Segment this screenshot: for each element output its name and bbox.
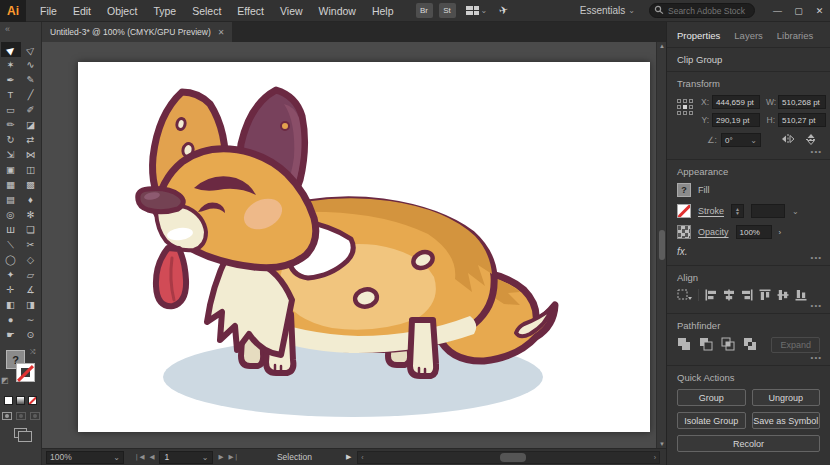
vertical-align-top-icon[interactable] bbox=[759, 289, 771, 301]
height-field[interactable]: 510,27 pt bbox=[778, 113, 826, 127]
save-as-symbol-button[interactable]: Save as Symbol bbox=[752, 412, 821, 429]
eraser-tool[interactable]: ◪ bbox=[21, 117, 41, 132]
width-tool[interactable]: ⋈ bbox=[21, 147, 41, 162]
default-fill-stroke-icon[interactable]: ◩ bbox=[1, 376, 9, 385]
menu-window[interactable]: Window bbox=[311, 0, 364, 22]
ellipse-tool[interactable]: ◯ bbox=[1, 252, 21, 267]
rotation-angle-select[interactable]: 0°⌄ bbox=[721, 133, 761, 147]
tab-libraries[interactable]: Libraries bbox=[777, 30, 813, 41]
next-artboard-icon[interactable]: ▶ bbox=[218, 453, 223, 461]
minimize-button[interactable]: — bbox=[767, 0, 788, 22]
live-paint-tool[interactable]: ◧ bbox=[1, 297, 21, 312]
column-graph-tool[interactable]: Ш bbox=[1, 222, 21, 237]
tab-close-icon[interactable]: ✕ bbox=[218, 28, 225, 37]
width-field[interactable]: 510,268 pt bbox=[778, 95, 826, 109]
gradient-tool[interactable]: ▤ bbox=[1, 192, 21, 207]
rectangle-tool[interactable]: ▭ bbox=[1, 102, 21, 117]
star-tool[interactable]: ✦ bbox=[1, 267, 21, 282]
selection-tool[interactable]: ▶ bbox=[1, 42, 21, 57]
shaper-tool[interactable]: ✏ bbox=[1, 117, 21, 132]
opacity-label[interactable]: Opacity bbox=[698, 227, 729, 237]
zoom-level-select[interactable]: 100%⌄ bbox=[46, 451, 124, 464]
stroke-swatch[interactable] bbox=[16, 363, 35, 382]
close-button[interactable]: ✕ bbox=[809, 0, 830, 22]
isolate-group-button[interactable]: Isolate Group bbox=[677, 412, 746, 429]
maximize-button[interactable]: ▢ bbox=[788, 0, 809, 22]
none-button[interactable] bbox=[28, 396, 37, 405]
more-options-icon[interactable]: ••• bbox=[811, 353, 822, 362]
opacity-icon[interactable] bbox=[677, 225, 691, 239]
status-flyout-icon[interactable]: ▶ bbox=[346, 453, 351, 461]
horizontal-align-right-icon[interactable] bbox=[741, 289, 753, 301]
vertical-align-bottom-icon[interactable] bbox=[795, 289, 807, 301]
menu-view[interactable]: View bbox=[272, 0, 311, 22]
vertical-scrollbar[interactable]: ▲ ▼ bbox=[656, 42, 666, 448]
reflect-tool[interactable]: ⇄ bbox=[21, 132, 41, 147]
menu-help[interactable]: Help bbox=[364, 0, 402, 22]
type-tool[interactable]: T bbox=[1, 87, 21, 102]
more-options-icon[interactable]: ••• bbox=[811, 301, 822, 310]
draw-inside-icon[interactable] bbox=[30, 412, 40, 420]
group-button[interactable]: Group bbox=[677, 389, 746, 406]
scroll-left-icon[interactable]: ‹ bbox=[361, 454, 363, 461]
shear-tool[interactable]: ▱ bbox=[21, 267, 41, 282]
scissors-tool[interactable]: ✂ bbox=[21, 237, 41, 252]
more-options-icon[interactable]: ••• bbox=[811, 253, 822, 262]
menu-effect[interactable]: Effect bbox=[229, 0, 272, 22]
tab-layers[interactable]: Layers bbox=[734, 30, 763, 41]
chevron-down-icon[interactable]: ⌄ bbox=[628, 6, 635, 15]
stroke-weight-field[interactable] bbox=[751, 204, 785, 218]
direct-selection-tool[interactable]: ▷ bbox=[21, 42, 41, 57]
draw-normal-icon[interactable] bbox=[2, 412, 12, 420]
rotate-tool[interactable]: ↻ bbox=[1, 132, 21, 147]
search-input[interactable] bbox=[649, 3, 755, 18]
flip-horizontal-icon[interactable] bbox=[781, 133, 795, 147]
horizontal-scrollbar[interactable]: ‹ › bbox=[357, 451, 660, 464]
reference-point-locator[interactable] bbox=[677, 99, 694, 127]
curvature-tool[interactable]: ✎ bbox=[21, 72, 41, 87]
stroke-color-swatch[interactable] bbox=[677, 204, 691, 218]
ungroup-button[interactable]: Ungroup bbox=[752, 389, 821, 406]
tab-properties[interactable]: Properties bbox=[677, 30, 720, 41]
paintbrush-tool[interactable]: ✐ bbox=[21, 102, 41, 117]
expand-button[interactable]: Expand bbox=[771, 337, 820, 353]
screen-mode-icon[interactable] bbox=[14, 428, 27, 438]
perspective-grid-tool[interactable]: ▦ bbox=[1, 177, 21, 192]
vertical-align-center-icon[interactable] bbox=[777, 289, 789, 301]
recolor-button[interactable]: Recolor bbox=[677, 435, 820, 452]
scroll-down-icon[interactable]: ▼ bbox=[657, 441, 666, 447]
blend-tool[interactable]: ◎ bbox=[1, 207, 21, 222]
canvas[interactable]: ▲ ▼ bbox=[42, 42, 666, 448]
last-artboard-icon[interactable]: ▶❘ bbox=[228, 453, 238, 461]
smooth-tool[interactable]: ∼ bbox=[21, 312, 41, 327]
slice-tool[interactable]: ⟍ bbox=[1, 237, 21, 252]
document-tab[interactable]: Untitled-3* @ 100% (CMYK/GPU Preview) ✕ bbox=[42, 22, 232, 42]
menu-object[interactable]: Object bbox=[99, 0, 145, 22]
effects-button[interactable]: fx. bbox=[677, 246, 820, 257]
unite-icon[interactable] bbox=[677, 337, 691, 353]
mesh-tool[interactable]: ▩ bbox=[21, 177, 41, 192]
menu-select[interactable]: Select bbox=[184, 0, 229, 22]
align-to-icon[interactable] bbox=[677, 289, 692, 301]
horizontal-align-center-icon[interactable] bbox=[723, 289, 735, 301]
puppet-warp-tool[interactable]: ✛ bbox=[1, 282, 21, 297]
swap-fill-stroke-icon[interactable]: ⤨ bbox=[30, 348, 36, 356]
symbol-sprayer-tool[interactable]: ✻ bbox=[21, 207, 41, 222]
arrange-documents-icon[interactable]: ⌄ bbox=[466, 6, 488, 15]
previous-artboard-icon[interactable]: ◀ bbox=[149, 453, 154, 461]
y-position-field[interactable]: 290,19 pt bbox=[712, 113, 760, 127]
menu-file[interactable]: File bbox=[32, 0, 65, 22]
workspace-switcher[interactable]: Essentials bbox=[580, 5, 626, 16]
line-segment-tool[interactable]: ╱ bbox=[21, 87, 41, 102]
gradient-button[interactable] bbox=[16, 396, 25, 405]
zoom-tool[interactable]: ⊙ bbox=[21, 327, 41, 342]
br-button[interactable]: Br bbox=[416, 3, 433, 18]
flip-vertical-icon[interactable] bbox=[805, 133, 817, 147]
scroll-up-icon[interactable]: ▲ bbox=[657, 43, 666, 49]
intersect-icon[interactable] bbox=[721, 337, 735, 353]
share-icon[interactable]: ✈ bbox=[498, 3, 510, 18]
toolbar-collapse-icon[interactable]: « bbox=[0, 22, 41, 42]
scroll-right-icon[interactable]: › bbox=[654, 454, 656, 461]
fill-color-swatch[interactable]: ? bbox=[677, 183, 691, 197]
blob-brush-tool[interactable]: ● bbox=[1, 312, 21, 327]
